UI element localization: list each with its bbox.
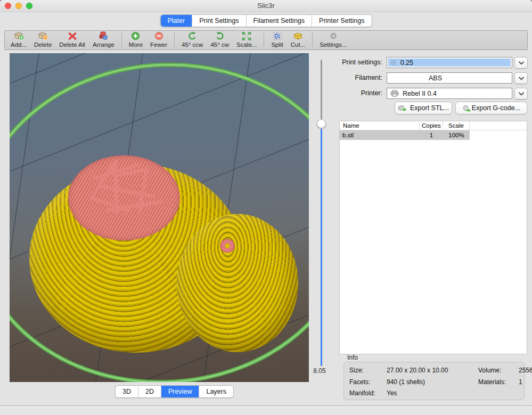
chevron-down-icon bbox=[519, 92, 524, 96]
printer-dropdown-button[interactable] bbox=[514, 88, 528, 99]
print-settings-dropdown-button[interactable] bbox=[514, 57, 528, 69]
settings-button[interactable]: ⚙ Settings... bbox=[316, 31, 350, 48]
titlebar: Slic3r bbox=[0, 0, 532, 12]
printer-icon bbox=[390, 90, 399, 97]
infill-top-surface bbox=[68, 155, 180, 240]
fewer-button[interactable]: Fewer bbox=[146, 31, 171, 48]
facets-value: 940 (1 shells) bbox=[387, 377, 478, 388]
rotate-cw-button[interactable]: 45° cw bbox=[207, 31, 233, 48]
toolbar-label: More bbox=[129, 42, 143, 48]
rotate-ccw-button[interactable]: 45° ccw bbox=[178, 31, 207, 48]
column-header-copies[interactable]: Copies bbox=[420, 121, 443, 130]
window-title: Slic3r bbox=[0, 0, 532, 12]
toolbar-separator bbox=[264, 32, 264, 47]
delete-button[interactable]: Delete bbox=[30, 31, 55, 48]
slic3r-window: Slic3r Plater Print Settings Filament Se… bbox=[0, 0, 532, 415]
toolbar-label: 45° ccw bbox=[182, 42, 203, 48]
toolbar-separator bbox=[174, 32, 175, 47]
tab-filament-settings[interactable]: Filament Settings bbox=[246, 15, 312, 27]
toolbar-label: Split bbox=[271, 42, 283, 48]
object-list: Name Copies Scale b.stl 1 100% bbox=[339, 121, 527, 354]
toolbar-separator bbox=[121, 32, 122, 47]
manifold-label: Manifold: bbox=[349, 388, 387, 400]
cell-copies: 1 bbox=[420, 130, 443, 140]
column-header-scale[interactable]: Scale bbox=[443, 121, 470, 130]
toolbar: Add... Delete Delete All Arrange More bbox=[4, 30, 528, 50]
toolbar-separator bbox=[312, 32, 313, 47]
gear-export-icon: ⚙ bbox=[462, 104, 469, 112]
chevron-down-icon bbox=[519, 61, 524, 65]
tab-print-settings[interactable]: Print Settings bbox=[192, 15, 246, 27]
tab-printer-settings[interactable]: Printer Settings bbox=[312, 15, 371, 27]
print-settings-combo[interactable]: ⚙ 0.25 bbox=[387, 57, 512, 68]
filament-value: ABS bbox=[429, 74, 442, 82]
materials-value: 1 bbox=[519, 377, 532, 388]
add-box-plus-icon bbox=[13, 31, 24, 41]
chevron-down-icon bbox=[519, 77, 524, 80]
filament-combo[interactable]: ABS bbox=[387, 72, 512, 84]
3d-viewport[interactable] bbox=[10, 53, 309, 382]
info-panel: Size: 27.00 x 20.00 x 10.00 Volume: 2556… bbox=[343, 362, 525, 400]
tab-plater[interactable]: Plater bbox=[160, 15, 192, 27]
export-gcode-label: Export G-code... bbox=[472, 104, 520, 112]
printed-object-small-dome[interactable] bbox=[177, 214, 298, 352]
info-section-title: Info bbox=[347, 354, 358, 361]
size-label: Size: bbox=[349, 365, 387, 377]
tab-2d[interactable]: 2D bbox=[138, 386, 161, 397]
tab-preview[interactable]: Preview bbox=[161, 386, 199, 397]
manifold-value: Yes bbox=[387, 388, 478, 400]
box-export-icon bbox=[398, 104, 407, 112]
tab-layers[interactable]: Layers bbox=[199, 386, 233, 397]
export-stl-button[interactable]: Export STL... bbox=[395, 102, 452, 114]
scale-button[interactable]: Scale... bbox=[233, 31, 260, 48]
cell-scale: 100% bbox=[443, 130, 470, 140]
volume-label: Volume: bbox=[478, 365, 519, 377]
facets-label: Facets: bbox=[349, 377, 387, 388]
rotate-ccw-icon bbox=[187, 31, 197, 41]
toolbar-label: Delete All bbox=[59, 42, 85, 48]
layer-slider-track-lower[interactable] bbox=[321, 129, 322, 366]
column-header-name[interactable]: Name bbox=[340, 121, 420, 130]
materials-label: Materials: bbox=[478, 377, 519, 388]
toolbar-label: Add... bbox=[11, 42, 27, 48]
cell-name: b.stl bbox=[340, 130, 420, 140]
delete-box-minus-icon bbox=[37, 31, 48, 41]
export-stl-label: Export STL... bbox=[410, 104, 449, 112]
toolbar-label: 45° cw bbox=[210, 42, 229, 48]
filament-dropdown-button[interactable] bbox=[514, 72, 528, 84]
print-settings-label: Print settings: bbox=[320, 57, 382, 68]
rotate-cw-icon bbox=[215, 31, 225, 41]
toolbar-label: Cut... bbox=[291, 42, 305, 48]
gear-icon: ⚙ bbox=[330, 31, 337, 41]
export-gcode-button[interactable]: ⚙ Export G-code... bbox=[455, 102, 527, 114]
main-tabbar: Plater Print Settings Filament Settings … bbox=[160, 14, 372, 27]
tab-3d[interactable]: 3D bbox=[116, 386, 138, 397]
volume-value: 2556.87 bbox=[519, 365, 532, 377]
split-button[interactable]: Split bbox=[267, 31, 287, 48]
more-button[interactable]: More bbox=[125, 31, 146, 48]
printer-combo[interactable]: Rebel II 0.4 bbox=[387, 88, 512, 99]
toolbar-label: Fewer bbox=[150, 42, 167, 48]
cubes-cluster-icon bbox=[98, 31, 109, 41]
green-plus-circle-icon bbox=[131, 31, 140, 41]
small-dome-infill-center bbox=[220, 239, 235, 253]
split-dots-icon bbox=[273, 31, 282, 41]
layer-slider-thumb[interactable] bbox=[317, 119, 326, 128]
add-button[interactable]: Add... bbox=[7, 31, 30, 48]
filament-label: Filament: bbox=[320, 72, 382, 84]
red-minus-circle-icon bbox=[154, 31, 163, 41]
statusbar bbox=[0, 405, 532, 415]
scale-arrows-icon bbox=[242, 31, 251, 41]
printer-label: Printer: bbox=[320, 88, 382, 99]
cut-button[interactable]: Cut... bbox=[287, 31, 309, 48]
object-list-header: Name Copies Scale bbox=[340, 121, 527, 130]
table-row[interactable]: b.stl 1 100% bbox=[340, 130, 470, 140]
toolbar-label: Settings... bbox=[320, 42, 347, 48]
red-cross-icon bbox=[68, 31, 77, 41]
arrange-button[interactable]: Arrange bbox=[89, 31, 118, 48]
size-value: 27.00 x 20.00 x 10.00 bbox=[387, 365, 478, 377]
toolbar-label: Arrange bbox=[93, 42, 114, 48]
toolbar-label: Scale... bbox=[236, 42, 257, 48]
delete-all-button[interactable]: Delete All bbox=[55, 31, 89, 48]
toolbar-label: Delete bbox=[34, 42, 52, 48]
